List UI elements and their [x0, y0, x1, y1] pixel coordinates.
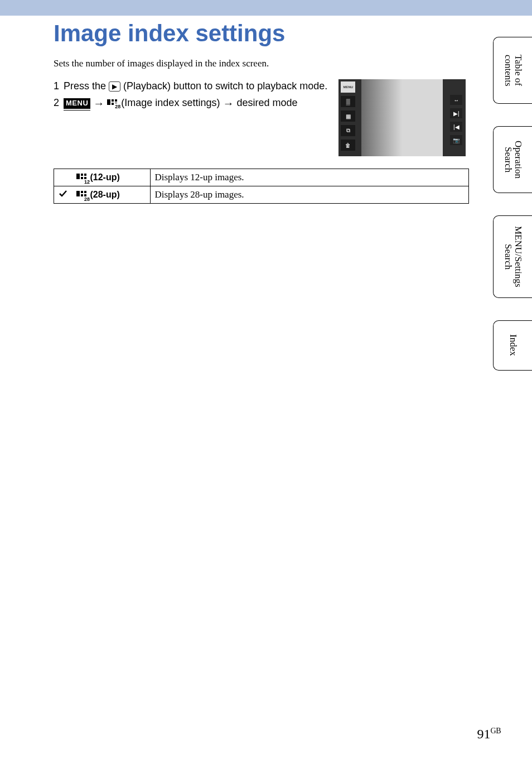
ss-trash-icon: 🗑: [341, 140, 355, 151]
screenshot-left-icons: MENU ▒ ▦ ⧉ 🗑: [341, 81, 359, 151]
option-label: (28-up): [90, 190, 119, 199]
grid-12-icon: 12: [76, 174, 88, 182]
step-1: 1 Press the ▶ (Playback) button to switc…: [54, 79, 327, 93]
image-index-icon: 28: [107, 99, 118, 108]
desc-cell: Displays 28-up images.: [150, 186, 469, 204]
step-number: 2: [54, 96, 64, 111]
steps-list: 1 Press the ▶ (Playback) button to switc…: [54, 79, 327, 114]
table-row: 12 (12-up) Displays 12-up images.: [54, 169, 469, 186]
svg-rect-13: [81, 194, 83, 196]
option-label: (12-up): [90, 172, 119, 182]
option-cell: 28 (28-up): [72, 186, 150, 204]
icon-subscript: 28: [114, 103, 121, 110]
menu-icon: MENU: [64, 98, 90, 109]
header-bar: [0, 0, 532, 16]
svg-rect-7: [84, 174, 86, 176]
tab-menu-settings-search[interactable]: MENU/Settings Search: [493, 215, 532, 298]
svg-rect-3: [112, 103, 114, 105]
arrow-right-icon: →: [223, 97, 234, 109]
icon-subscript: 28: [84, 196, 90, 202]
ss-menu-icon: MENU: [341, 81, 355, 93]
step-body: MENU → 28 (Image index settings): [64, 96, 327, 111]
step-body: Press the ▶ (Playback) button to switch …: [64, 79, 327, 93]
svg-rect-1: [112, 99, 114, 102]
ss-next-icon: ▶|: [450, 108, 462, 118]
page-title: Image index settings: [54, 20, 510, 47]
playback-icon: ▶: [109, 81, 120, 92]
menu-screenshot: MENU ▒ ▦ ⧉ 🗑 ↔ ▶| |◀ 📷: [338, 79, 466, 156]
svg-rect-8: [81, 177, 83, 179]
check-cell: [54, 186, 72, 204]
desc-cell: Displays 12-up images.: [150, 169, 469, 186]
option-cell: 12 (12-up): [72, 169, 150, 186]
arrow-right-icon: →: [93, 97, 104, 109]
settings-table: 12 (12-up) Displays 12-up images.: [54, 169, 469, 204]
check-icon: [59, 190, 67, 198]
icon-subscript: 12: [84, 179, 90, 185]
screenshot-right-icons: ↔ ▶| |◀ 📷: [450, 95, 463, 145]
grid-28-icon: 28: [76, 191, 88, 200]
step-2: 2 MENU → 28 (Image index: [54, 96, 327, 111]
intro-text: Sets the number of images displayed in t…: [54, 58, 510, 69]
check-cell: [54, 169, 72, 186]
main-content: Image index settings Sets the number of …: [0, 16, 532, 204]
table-row: 28 (28-up) Displays 28-up images.: [54, 186, 469, 204]
step-number: 1: [54, 79, 64, 93]
step-text-middle: (Image index settings): [121, 97, 223, 108]
side-tabs: Table of contents Operation Search MENU/…: [493, 37, 532, 371]
ss-pan-icon: ↔: [450, 95, 462, 105]
step-text-end: desired mode: [236, 97, 297, 108]
ss-index-icon: ▦: [341, 110, 355, 122]
steps-wrapper: 1 Press the ▶ (Playback) button to switc…: [54, 79, 510, 156]
svg-rect-2: [115, 99, 117, 102]
svg-rect-5: [76, 174, 80, 179]
tab-operation-search[interactable]: Operation Search: [493, 126, 532, 193]
step-text-before: Press the: [64, 80, 109, 92]
ss-camera-icon: 📷: [450, 135, 462, 145]
svg-rect-6: [81, 174, 83, 176]
svg-rect-12: [84, 191, 86, 193]
svg-rect-10: [76, 191, 80, 196]
svg-rect-11: [81, 191, 83, 193]
tab-index[interactable]: Index: [493, 320, 532, 371]
ss-slideshow-icon: ⧉: [341, 125, 355, 136]
step-text-after: (Playback) button to switch to playback …: [123, 80, 327, 92]
svg-rect-0: [107, 99, 110, 105]
ss-prev-icon: |◀: [450, 122, 462, 132]
tab-table-of-contents[interactable]: Table of contents: [493, 37, 532, 104]
ss-grid-icon: ▒: [341, 96, 355, 107]
page-number: 91GB: [477, 727, 501, 742]
